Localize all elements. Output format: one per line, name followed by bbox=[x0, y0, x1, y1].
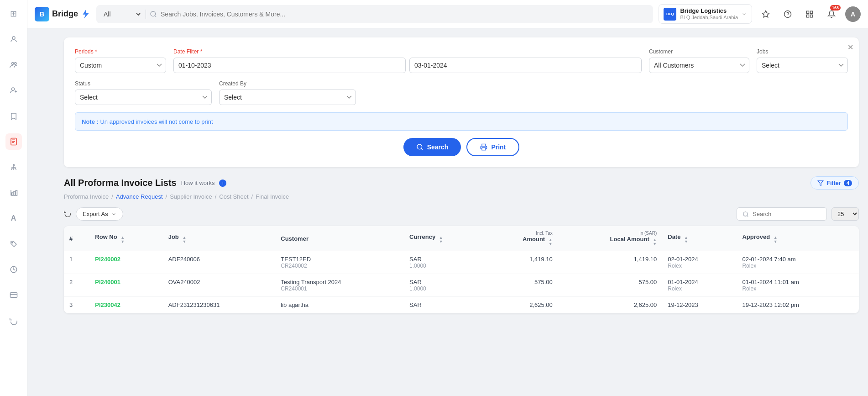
sidebar-item-group[interactable] bbox=[5, 57, 22, 73]
cell-customer: lib agartha bbox=[275, 297, 404, 313]
section-header: All Proforma Invoice Lists How it works … bbox=[64, 176, 859, 190]
customer-group: Customer All Customers Specific Customer bbox=[649, 48, 749, 73]
sidebar-item-tag[interactable] bbox=[5, 236, 22, 252]
status-select[interactable]: Select Approved Pending bbox=[75, 90, 212, 105]
cell-amount: 575.00 bbox=[484, 274, 558, 297]
breadcrumb-supplier[interactable]: Supplier Invoice bbox=[170, 193, 212, 200]
cell-date: 01-01-2024 Rolex bbox=[662, 274, 737, 297]
company-selector[interactable]: BLQ Bridge Logistics BLQ Jeddah,Saudi Ar… bbox=[659, 4, 752, 24]
breadcrumb-advance[interactable]: Advance Request bbox=[116, 193, 163, 200]
sidebar-item-chart[interactable] bbox=[5, 185, 22, 201]
cell-customer: Testing Transport 2024 CR240001 bbox=[275, 274, 404, 297]
table-search-icon bbox=[743, 211, 749, 217]
grid-btn[interactable] bbox=[801, 6, 818, 22]
sidebar-item-invoice[interactable] bbox=[5, 133, 22, 150]
search-button[interactable]: Search bbox=[403, 138, 461, 156]
svg-point-10 bbox=[13, 164, 14, 166]
svg-rect-27 bbox=[810, 11, 813, 13]
avatar[interactable]: A bbox=[845, 6, 861, 22]
breadcrumb-final[interactable]: Final Invoice bbox=[256, 193, 289, 200]
sidebar-item-add-user[interactable] bbox=[5, 82, 22, 99]
export-btn[interactable]: Export As bbox=[76, 207, 123, 221]
topbar: B Bridge All Jobs Invoices Customers BLQ… bbox=[27, 0, 868, 28]
search-filter-select[interactable]: All Jobs Invoices Customers bbox=[102, 10, 142, 18]
logo: B Bridge bbox=[35, 7, 91, 21]
status-group: Status Select Approved Pending bbox=[75, 80, 212, 105]
svg-marker-33 bbox=[818, 180, 823, 185]
cell-local-amount: 575.00 bbox=[558, 274, 663, 297]
sidebar-item-history[interactable] bbox=[5, 261, 22, 278]
svg-marker-20 bbox=[83, 10, 89, 18]
periods-group: Periods * Custom This Month Last Month T… bbox=[75, 48, 166, 73]
sidebar-item-font[interactable]: A bbox=[5, 210, 22, 227]
topbar-actions: BLQ Bridge Logistics BLQ Jeddah,Saudi Ar… bbox=[659, 4, 861, 24]
date-from-input[interactable] bbox=[173, 58, 406, 73]
svg-point-21 bbox=[151, 11, 156, 16]
page-size-select[interactable]: 25 50 100 bbox=[831, 207, 859, 221]
date-filter-label: Date Filter * bbox=[173, 48, 642, 55]
svg-rect-14 bbox=[14, 191, 15, 195]
cell-index: 2 bbox=[64, 274, 89, 297]
periods-select[interactable]: Custom This Month Last Month This Year bbox=[75, 58, 166, 73]
customer-label: Customer bbox=[649, 48, 749, 55]
table-search-input[interactable] bbox=[753, 211, 821, 217]
sidebar-item-card[interactable] bbox=[5, 287, 22, 303]
filter-card: ✕ Periods * Custom This Month Last Month… bbox=[64, 37, 859, 167]
sidebar-item-user[interactable] bbox=[5, 31, 22, 48]
sidebar-item-anchor[interactable] bbox=[5, 159, 22, 175]
filter-icon bbox=[817, 180, 824, 186]
sidebar-item-bookmark[interactable] bbox=[5, 108, 22, 124]
svg-rect-29 bbox=[810, 15, 813, 17]
main-content: ✕ Periods * Custom This Month Last Month… bbox=[55, 28, 868, 396]
customer-select[interactable]: All Customers Specific Customer bbox=[649, 58, 749, 73]
help-btn[interactable] bbox=[779, 6, 796, 22]
how-it-works-link[interactable]: How it works bbox=[181, 180, 215, 186]
cell-date: 02-01-2024 Rolex bbox=[662, 251, 737, 274]
svg-point-3 bbox=[11, 88, 14, 90]
refresh-btn[interactable] bbox=[64, 210, 71, 219]
cell-currency: SAR 1.0000 bbox=[404, 274, 484, 297]
col-customer: Customer bbox=[275, 226, 404, 251]
filter-close-btn[interactable]: ✕ bbox=[847, 43, 853, 52]
notifications-btn[interactable]: 168 bbox=[823, 6, 840, 22]
cell-local-amount: 2,625.00 bbox=[558, 297, 663, 313]
company-chevron-icon bbox=[742, 11, 747, 17]
logo-icon: B bbox=[35, 7, 49, 21]
jobs-select[interactable]: Select bbox=[757, 58, 848, 73]
cell-date: 19-12-2023 bbox=[662, 297, 737, 313]
cell-job: OVA240002 bbox=[163, 274, 276, 297]
sidebar-item-dashboard[interactable]: ⊞ bbox=[5, 5, 22, 22]
company-logo: BLQ bbox=[664, 8, 676, 21]
breadcrumb-proforma[interactable]: Proforma Invoice bbox=[64, 193, 109, 200]
note-box: Note : Un approved invoices will not com… bbox=[75, 112, 848, 131]
col-local-amount: in (SAR) Local Amount ▲▼ bbox=[558, 226, 663, 251]
svg-line-22 bbox=[155, 16, 156, 17]
cell-job: ADF231231230631 bbox=[163, 297, 276, 313]
created-by-group: Created By Select bbox=[219, 80, 356, 105]
print-button[interactable]: Print bbox=[466, 138, 519, 156]
cell-local-amount: 1,419.10 bbox=[558, 251, 663, 274]
svg-line-35 bbox=[747, 215, 748, 216]
table-row: 3 PI230042 ADF231231230631 lib agartha S… bbox=[64, 297, 859, 313]
created-by-select[interactable]: Select bbox=[219, 90, 356, 105]
col-amount: Incl. Tax Amount ▲▼ bbox=[484, 226, 558, 251]
company-location: BLQ Jeddah,Saudi Arabia bbox=[680, 15, 738, 21]
date-to-input[interactable] bbox=[409, 58, 642, 73]
search-divider bbox=[146, 10, 146, 19]
breadcrumb-cost[interactable]: Cost Sheet bbox=[219, 193, 248, 200]
info-icon[interactable]: i bbox=[219, 180, 226, 187]
favorites-btn[interactable] bbox=[758, 6, 774, 22]
company-name: Bridge Logistics bbox=[680, 7, 738, 15]
svg-point-16 bbox=[11, 242, 12, 243]
export-chevron-icon bbox=[111, 211, 116, 217]
periods-label: Periods * bbox=[75, 48, 166, 55]
sidebar: ⊞ A bbox=[0, 0, 27, 396]
table-toolbar: Export As 25 50 100 bbox=[64, 207, 859, 221]
filter-toggle-btn[interactable]: Filter 4 bbox=[810, 176, 859, 190]
svg-point-34 bbox=[743, 211, 748, 216]
sidebar-item-refresh[interactable] bbox=[5, 312, 22, 329]
filter-actions: Search Print bbox=[75, 138, 848, 156]
search-btn-icon bbox=[416, 143, 424, 151]
search-input[interactable] bbox=[161, 11, 648, 18]
status-label: Status bbox=[75, 80, 212, 87]
